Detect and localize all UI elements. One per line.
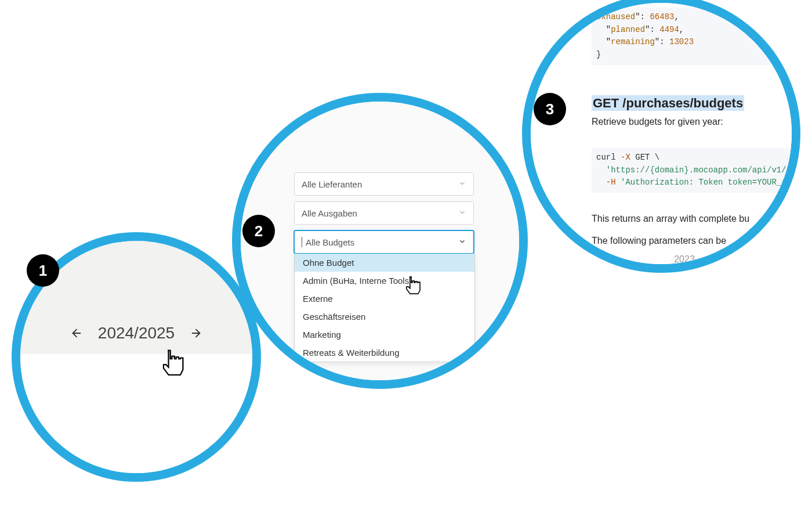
cursor-pointer-icon: [402, 273, 422, 299]
api-note-line: This returns an array with complete bu: [592, 212, 777, 226]
chevron-down-icon: [458, 179, 466, 189]
year-navigator: 2024/2025: [68, 324, 205, 342]
expenses-select-label: Alle Ausgaben: [302, 208, 357, 218]
json-value: 66483: [650, 12, 674, 21]
circle1-bottom-panel: [20, 354, 252, 473]
api-notes: This returns an array with complete bu T…: [592, 212, 777, 266]
api-endpoint-heading: GET /purchases/budgets: [592, 95, 744, 111]
curl-flag: -H: [606, 178, 616, 187]
chevron-down-icon: [458, 237, 466, 247]
curl-snippet: curl -X GET \ 'https://{domain}.mocoapp.…: [592, 148, 798, 193]
json-key: planned: [611, 25, 645, 34]
budgets-select[interactable]: Alle Budgets: [294, 230, 474, 254]
year-range-label[interactable]: 2024/2025: [98, 324, 175, 342]
api-note-line: The following parameters can be: [592, 234, 777, 248]
api-note-year: 2023: [592, 252, 777, 266]
dropdown-item-marketing[interactable]: Marketing: [295, 326, 474, 344]
expenses-select[interactable]: Alle Ausgaben: [294, 201, 474, 225]
curl-method: GET: [635, 153, 650, 162]
arrow-left-icon: [70, 327, 83, 340]
year-next-button[interactable]: [187, 324, 205, 342]
json-value: 4494: [659, 25, 679, 34]
api-section: GET /purchases/budgets Retrieve budgets …: [592, 96, 789, 127]
curl-url: 'https://{domain}.mocoapp.com/api/v1/pur: [606, 165, 800, 175]
cursor-pointer-icon: [157, 345, 186, 381]
step-badge-1: 1: [27, 254, 59, 287]
json-response-snippet: exhaused": 66483, "planned": 4494, "rema…: [592, 8, 798, 65]
suppliers-select[interactable]: Alle Lieferanten: [294, 172, 474, 196]
api-endpoint-description: Retrieve budgets for given year:: [592, 117, 789, 127]
curl-cmd: curl: [596, 153, 616, 162]
budgets-select-label: Alle Budgets: [306, 237, 354, 247]
budgets-select-wrap: Alle Budgets Ohne Budget Admin (BuHa, In…: [294, 230, 474, 254]
step-badge-3: 3: [534, 93, 566, 125]
dropdown-item-retreats[interactable]: Retreats & Weiterbildung: [295, 344, 474, 362]
chevron-down-icon: [458, 208, 466, 218]
json-brace: }: [596, 50, 601, 59]
budgets-dropdown: Ohne Budget Admin (BuHa, Interne Tools) …: [294, 254, 475, 362]
curl-auth: 'Authorization: Token token=YOUR_API: [621, 178, 796, 187]
circle3-content: exhaused": 66483, "planned": 4494, "rema…: [531, 3, 792, 264]
filter-stack: Alle Lieferanten Alle Ausgaben Alle Budg…: [294, 172, 474, 254]
json-value: 13023: [669, 37, 694, 46]
json-key: exhaused: [596, 12, 635, 21]
circle1-top-panel: 2024/2025: [20, 241, 252, 354]
step-badge-2: 2: [242, 215, 275, 247]
suppliers-select-label: Alle Lieferanten: [302, 179, 362, 189]
dropdown-item-geschaeftsreisen[interactable]: Geschäftsreisen: [295, 308, 474, 326]
circle2-content: Alle Lieferanten Alle Ausgaben Alle Budg…: [241, 102, 519, 380]
dropdown-item-admin[interactable]: Admin (BuHa, Interne Tools): [295, 272, 474, 290]
json-key: remaining: [611, 37, 655, 46]
curl-continuation: \: [655, 153, 659, 162]
year-prev-button[interactable]: [68, 324, 85, 342]
feature-circle-2: Alle Lieferanten Alle Ausgaben Alle Budg…: [232, 93, 528, 389]
curl-flag: -X: [621, 153, 630, 162]
dropdown-item-externe[interactable]: Externe: [295, 290, 474, 308]
text-caret-icon: [302, 237, 302, 247]
feature-circle-3: exhaused": 66483, "planned": 4494, "rema…: [522, 0, 800, 273]
arrow-right-icon: [190, 327, 202, 340]
dropdown-item-ohne-budget[interactable]: Ohne Budget: [295, 254, 474, 272]
